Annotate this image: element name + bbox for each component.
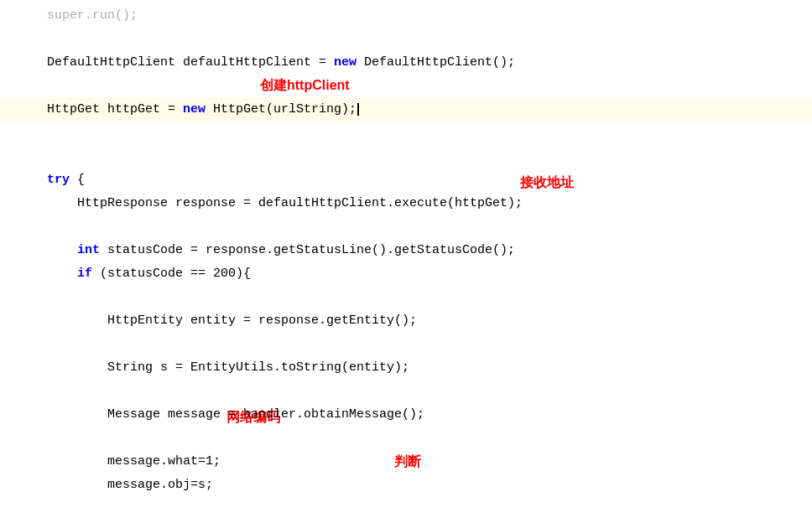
code-line-blank8 <box>0 380 812 403</box>
code-line-httpentity: HttpEntity entity = response.getEntity()… <box>0 309 812 333</box>
code-line-if: if (statusCode == 200){ <box>0 262 812 286</box>
code-line-blank1 <box>0 28 812 51</box>
code-line-blank3 <box>0 122 812 145</box>
code-line-httpresponse: HttpResponse response = defaultHttpClien… <box>0 192 812 215</box>
code-line-blank4 <box>0 145 812 168</box>
code-line-blank10 <box>0 497 812 520</box>
code-line-httpget: HttpGet httpGet = new HttpGet(urlString)… <box>0 98 812 122</box>
code-line-string-s: String s = EntityUtils.toString(entity); <box>0 356 812 380</box>
code-line-blank6 <box>0 286 812 309</box>
code-line-statuscode: int statusCode = response.getStatusLine(… <box>0 239 812 262</box>
code-container: super.run(); DefaultHttpClient defaultHt… <box>0 0 812 523</box>
code-line-message-obj: message.obj=s; <box>0 474 812 497</box>
code-line-blank9 <box>0 427 812 450</box>
code-line-blank2 <box>0 75 812 98</box>
code-line-defaulthttpclient: DefaultHttpClient defaultHttpClient = ne… <box>0 51 812 75</box>
code-line-blank5 <box>0 215 812 239</box>
code-line-message-obtain: Message message = handler.obtainMessage(… <box>0 403 812 427</box>
code-line-message-what: message.what=1; <box>0 450 812 474</box>
code-line-super: super.run(); <box>0 4 812 28</box>
code-line-blank7 <box>0 333 812 356</box>
code-line-try: try { <box>0 168 812 192</box>
